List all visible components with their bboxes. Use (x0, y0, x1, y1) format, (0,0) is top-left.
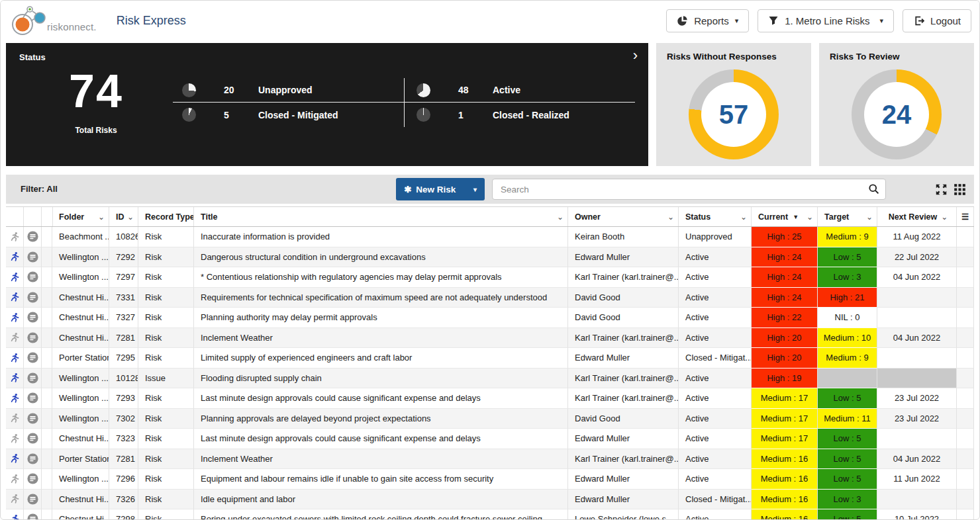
cell-next-review[interactable]: 22 Jul 2022 (877, 247, 957, 268)
cell-title[interactable]: Last minute design approvals could cause… (194, 429, 568, 449)
cell-target[interactable]: NIL : 0 (818, 308, 877, 328)
header-folder[interactable]: Folder⌄ (52, 207, 109, 226)
cell-title[interactable]: Limited supply of experienced engineers … (194, 348, 568, 368)
table-row[interactable]: Beachmont ... 10826 Risk Inaccurate info… (6, 227, 974, 247)
cell-status[interactable]: Active (679, 449, 752, 470)
cell-owner[interactable]: Karl Trainer (karl.trainer@... (568, 368, 679, 389)
table-row[interactable]: Chestnut Hi... 7323 Risk Last minute des… (6, 429, 974, 449)
chevron-down-icon[interactable]: ⌄ (863, 212, 873, 222)
cell-current[interactable]: Medium : 16 (752, 449, 818, 470)
cell-status[interactable]: Closed - Mitigat... (679, 348, 752, 368)
cell-id[interactable]: 7295 (109, 348, 138, 368)
header-record-type[interactable]: Record Type⌄ (138, 207, 194, 226)
cell-current[interactable]: High : 20 (752, 328, 818, 349)
cell-target[interactable]: Medium : 9 (818, 348, 877, 368)
cell-id[interactable]: 7297 (109, 267, 138, 288)
cell-record-type[interactable]: Risk (138, 429, 194, 449)
notes-cell[interactable] (24, 247, 42, 268)
cell-next-review[interactable]: 04 Jun 2022 (877, 328, 957, 349)
cell-status[interactable]: Closed - Mitigat... (679, 490, 752, 510)
notes-cell[interactable] (24, 429, 42, 449)
cell-next-review[interactable]: 23 Jul 2022 (877, 388, 957, 409)
cell-target[interactable] (818, 368, 877, 389)
cell-owner[interactable]: David Good (568, 409, 679, 429)
chevron-down-icon[interactable]: ⌄ (554, 212, 564, 222)
run-response-cell[interactable] (6, 490, 24, 510)
cell-id[interactable]: 10128 (109, 368, 138, 389)
notes-cell[interactable] (24, 469, 42, 490)
cell-folder[interactable]: Wellington ... (52, 469, 109, 490)
cell-owner[interactable]: Karl Trainer (karl.trainer@... (568, 388, 679, 409)
table-row[interactable]: Wellington ... 7297 Risk * Contentious r… (6, 267, 974, 288)
cell-id[interactable]: 7326 (109, 490, 138, 510)
cell-owner[interactable]: Edward Muller (568, 247, 679, 268)
table-row[interactable]: Chestnut Hi... 7298 Risk Boring under ex… (6, 509, 974, 520)
cell-status[interactable]: Active (679, 288, 752, 308)
cell-current[interactable]: High : 19 (752, 368, 818, 389)
cell-status[interactable]: Active (679, 388, 752, 409)
notes-cell[interactable] (24, 368, 42, 389)
header-target[interactable]: Target⌄ (818, 207, 877, 226)
cell-title[interactable]: * Contentious relationship with regulato… (194, 267, 568, 288)
notes-cell[interactable] (24, 509, 42, 520)
cell-owner[interactable]: Edward Muller (568, 429, 679, 449)
run-response-cell[interactable] (6, 409, 24, 429)
cell-id[interactable]: 7281 (109, 328, 138, 349)
cell-target[interactable]: High : 21 (818, 288, 877, 308)
header-id[interactable]: ID⌄ (109, 207, 138, 226)
cell-title[interactable]: Planning authority may delay permit appr… (194, 308, 568, 328)
search-input[interactable] (492, 179, 886, 200)
cell-next-review[interactable] (877, 368, 957, 389)
cell-folder[interactable]: Beachmont ... (52, 227, 109, 247)
cell-target[interactable]: Low : 5 (818, 388, 877, 409)
header-current[interactable]: Current▼⌄ (752, 207, 818, 226)
cell-folder[interactable]: Chestnut Hi... (52, 308, 109, 328)
run-response-cell[interactable] (6, 227, 24, 247)
cell-title[interactable]: Last minute design approvals could cause… (194, 388, 568, 409)
cell-id[interactable]: 7292 (109, 247, 138, 268)
header-status[interactable]: Status⌄ (679, 207, 752, 226)
cell-record-type[interactable]: Risk (138, 328, 194, 349)
cell-next-review[interactable]: 11 Aug 2022 (877, 227, 957, 247)
cell-status[interactable]: Active (679, 429, 752, 449)
header-owner[interactable]: Owner⌄ (568, 207, 679, 226)
chevron-down-icon[interactable]: ⌄ (95, 212, 105, 222)
header-next-review[interactable]: Next Review⌄ (877, 207, 957, 226)
cell-current[interactable]: Medium : 16 (752, 509, 818, 520)
cell-title[interactable]: Requirements for technical specification… (194, 288, 568, 308)
cell-record-type[interactable]: Risk (138, 388, 194, 409)
header-title[interactable]: Title⌄ (194, 207, 568, 226)
cell-current[interactable]: High : 24 (752, 288, 818, 308)
cell-owner[interactable]: Edward Muller (568, 490, 679, 510)
cell-target[interactable]: Medium : 11 (818, 409, 877, 429)
notes-cell[interactable] (24, 449, 42, 470)
cell-owner[interactable]: Karl Trainer (karl.trainer@... (568, 449, 679, 470)
cell-status[interactable]: Active (679, 308, 752, 328)
table-row[interactable]: Chestnut Hi... 7281 Risk Inclement Weath… (6, 328, 974, 349)
cell-record-type[interactable]: Risk (138, 227, 194, 247)
cell-folder[interactable]: Wellington ... (52, 409, 109, 429)
cell-next-review[interactable] (877, 490, 957, 510)
cell-record-type[interactable]: Risk (138, 490, 194, 510)
cell-next-review[interactable]: 23 Jul 2022 (877, 409, 957, 429)
cell-owner[interactable]: Edward Muller (568, 469, 679, 490)
cell-id[interactable]: 7281 (109, 449, 138, 470)
chevron-down-icon[interactable]: ⌄ (665, 212, 674, 222)
cell-next-review[interactable]: 10 Jul 2022 (877, 509, 957, 520)
cell-next-review[interactable] (877, 288, 957, 308)
cell-title[interactable]: Inclement Weather (194, 328, 568, 349)
cell-owner[interactable]: David Good (568, 308, 679, 328)
cell-next-review[interactable] (877, 348, 957, 368)
cell-next-review[interactable]: 04 Jun 2022 (877, 449, 957, 470)
view-selector-dropdown[interactable]: 1. Metro Line Risks ▾ (758, 9, 894, 32)
cell-id[interactable]: 10826 (109, 227, 138, 247)
chevron-down-icon[interactable]: ⌄ (738, 212, 747, 222)
cell-owner[interactable]: Keiran Booth (568, 227, 679, 247)
run-response-cell[interactable] (6, 449, 24, 470)
cell-id[interactable]: 7323 (109, 429, 138, 449)
notes-cell[interactable] (24, 308, 42, 328)
cell-target[interactable]: Low : 5 (818, 449, 877, 470)
cell-status[interactable]: Active (679, 328, 752, 349)
cell-folder[interactable]: Wellington ... (52, 247, 109, 268)
cell-folder[interactable]: Chestnut Hi... (52, 429, 109, 449)
